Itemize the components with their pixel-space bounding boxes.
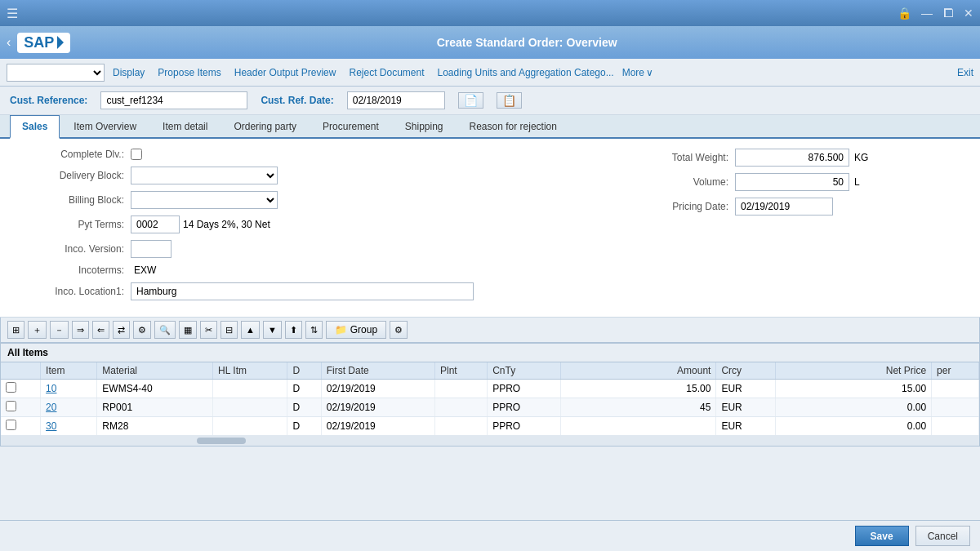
close-icon[interactable]: ✕ bbox=[964, 7, 973, 20]
exit-btn[interactable]: Exit bbox=[957, 67, 973, 78]
row1-first-date: 02/19/2019 bbox=[321, 380, 434, 398]
toolbar-icon-cut[interactable]: ✂ bbox=[200, 321, 217, 339]
row3-item[interactable]: 30 bbox=[41, 417, 97, 436]
tabs-bar: Sales Item Overview Item detail Ordering… bbox=[0, 115, 980, 139]
toolbar-icon-1[interactable]: ⊞ bbox=[7, 321, 24, 339]
toolbar-icon-indent[interactable]: ⇒ bbox=[72, 321, 89, 339]
pricing-date-input[interactable] bbox=[735, 198, 833, 216]
pyt-terms-label: Pyt Terms: bbox=[16, 219, 131, 230]
group-button[interactable]: 📁 Group bbox=[326, 321, 386, 339]
toolbar: Display Propose Items Header Output Prev… bbox=[0, 59, 980, 87]
table-row: 20 RP001 D 02/19/2019 PPRO 45 EUR 0.00 bbox=[1, 398, 979, 417]
delivery-block-row: Delivery Block: bbox=[16, 167, 621, 184]
col-checkbox bbox=[1, 362, 41, 380]
row3-cb[interactable] bbox=[1, 417, 41, 436]
header-output-btn[interactable]: Header Output Preview bbox=[229, 65, 341, 80]
col-crcy: Crcy bbox=[716, 362, 776, 380]
toolbar-icon-remove[interactable]: － bbox=[50, 321, 69, 339]
lock-icon: 🔒 bbox=[898, 7, 911, 20]
table-header-row: Item Material HL Itm D First Date Plnt C… bbox=[1, 362, 979, 380]
volume-label: Volume: bbox=[621, 176, 735, 188]
tab-ordering-party[interactable]: Ordering party bbox=[221, 115, 309, 137]
col-amount: Amount bbox=[560, 362, 716, 380]
tab-item-detail[interactable]: Item detail bbox=[150, 115, 220, 137]
reject-document-btn[interactable]: Reject Document bbox=[344, 65, 429, 80]
weight-unit: KG bbox=[849, 152, 873, 163]
row1-cnty: PPRO bbox=[488, 380, 561, 398]
pyt-terms-desc: 14 Days 2%, 30 Net bbox=[180, 219, 270, 230]
top-bar: ☰ 🔒 — ⧠ ✕ bbox=[0, 0, 980, 26]
delivery-block-select[interactable] bbox=[131, 167, 278, 184]
row2-item[interactable]: 20 bbox=[41, 398, 97, 417]
row2-cb[interactable] bbox=[1, 398, 41, 417]
toolbar-icon-add[interactable]: ＋ bbox=[28, 321, 47, 339]
horizontal-scrollbar[interactable] bbox=[1, 436, 979, 446]
back-button[interactable]: ‹ bbox=[7, 35, 11, 50]
hamburger-icon[interactable]: ☰ bbox=[7, 6, 18, 21]
sap-logo: SAP bbox=[17, 33, 70, 53]
delivery-block-label: Delivery Block: bbox=[16, 170, 131, 181]
toolbar-icon-settings[interactable]: ⚙ bbox=[133, 321, 151, 339]
pricing-date-label: Pricing Date: bbox=[621, 201, 735, 212]
row3-material: RM28 bbox=[97, 417, 213, 436]
row2-hl-itm bbox=[213, 398, 287, 417]
save-button[interactable]: Save bbox=[855, 526, 909, 546]
inco-version-input[interactable] bbox=[131, 240, 172, 258]
toolbar-icon-grid[interactable]: ▦ bbox=[179, 321, 197, 339]
row1-hl-itm bbox=[213, 380, 287, 398]
toolbar-icon-swap[interactable]: ⇄ bbox=[113, 321, 130, 339]
row2-material: RP001 bbox=[97, 398, 213, 417]
col-per: per bbox=[932, 362, 979, 380]
tab-item-overview[interactable]: Item Overview bbox=[61, 115, 149, 137]
table-row: 10 EWMS4-40 D 02/19/2019 PPRO 15.00 EUR … bbox=[1, 380, 979, 398]
propose-items-btn[interactable]: Propose Items bbox=[153, 65, 225, 80]
cust-ref-input[interactable] bbox=[100, 91, 247, 109]
complete-dlv-checkbox[interactable] bbox=[131, 149, 142, 160]
maximize-icon[interactable]: ⧠ bbox=[942, 7, 954, 20]
toolbar-select[interactable] bbox=[7, 64, 105, 82]
incoterms-label: Incoterms: bbox=[16, 264, 131, 276]
more-btn[interactable]: More ∨ bbox=[622, 67, 653, 78]
row3-checkbox[interactable] bbox=[6, 420, 16, 430]
total-weight-input[interactable] bbox=[735, 149, 849, 167]
footer: Save Cancel bbox=[0, 520, 980, 551]
tab-reason-for-rejection[interactable]: Reason for rejection bbox=[457, 115, 569, 137]
h-scrollbar-thumb[interactable] bbox=[197, 438, 246, 444]
calendar-icon-btn[interactable]: 📄 bbox=[458, 92, 483, 109]
toolbar-icon-upload[interactable]: ⬆ bbox=[285, 321, 302, 339]
tab-procurement[interactable]: Procurement bbox=[310, 115, 391, 137]
toolbar-icon-outdent[interactable]: ⇐ bbox=[92, 321, 109, 339]
col-d: D bbox=[287, 362, 321, 380]
row1-checkbox[interactable] bbox=[6, 382, 16, 393]
items-header: All Items bbox=[1, 344, 979, 362]
tab-sales[interactable]: Sales bbox=[10, 115, 60, 139]
row2-per bbox=[932, 398, 979, 417]
toolbar-icon-extra[interactable]: ⚙ bbox=[390, 321, 408, 339]
clipboard-icon-btn[interactable]: 📋 bbox=[497, 92, 522, 109]
toolbar-icon-up[interactable]: ▲ bbox=[241, 321, 260, 339]
pyt-terms-input[interactable] bbox=[131, 216, 180, 233]
row2-checkbox[interactable] bbox=[6, 401, 16, 411]
toolbar-icon-search[interactable]: 🔍 bbox=[154, 321, 176, 339]
billing-block-select[interactable] bbox=[131, 191, 278, 209]
loading-units-btn[interactable]: Loading Units and Aggregation Catego... bbox=[433, 65, 619, 80]
volume-input[interactable] bbox=[735, 173, 849, 191]
minimize-icon[interactable]: — bbox=[921, 7, 933, 20]
ref-bar: Cust. Reference: Cust. Ref. Date: 📄 📋 bbox=[0, 87, 980, 115]
inco-location-label: Inco. Location1: bbox=[16, 286, 131, 297]
toolbar-icon-down[interactable]: ▼ bbox=[263, 321, 282, 339]
display-btn[interactable]: Display bbox=[108, 65, 149, 80]
cancel-button[interactable]: Cancel bbox=[915, 526, 970, 546]
toolbar-icon-sort[interactable]: ⇅ bbox=[305, 321, 323, 339]
row2-cnty: PPRO bbox=[488, 398, 561, 417]
row1-item[interactable]: 10 bbox=[41, 380, 97, 398]
pricing-date-row: Pricing Date: bbox=[621, 198, 964, 216]
row1-cb[interactable] bbox=[1, 380, 41, 398]
inco-location-input[interactable] bbox=[131, 282, 474, 300]
row1-per bbox=[932, 380, 979, 398]
tab-shipping[interactable]: Shipping bbox=[393, 115, 456, 137]
toolbar-icon-table[interactable]: ⊟ bbox=[220, 321, 238, 339]
row3-cnty: PPRO bbox=[488, 417, 561, 436]
form-right-col: Total Weight: KG Volume: L Pricing Date: bbox=[621, 149, 964, 307]
cust-ref-date-input[interactable] bbox=[347, 91, 445, 109]
